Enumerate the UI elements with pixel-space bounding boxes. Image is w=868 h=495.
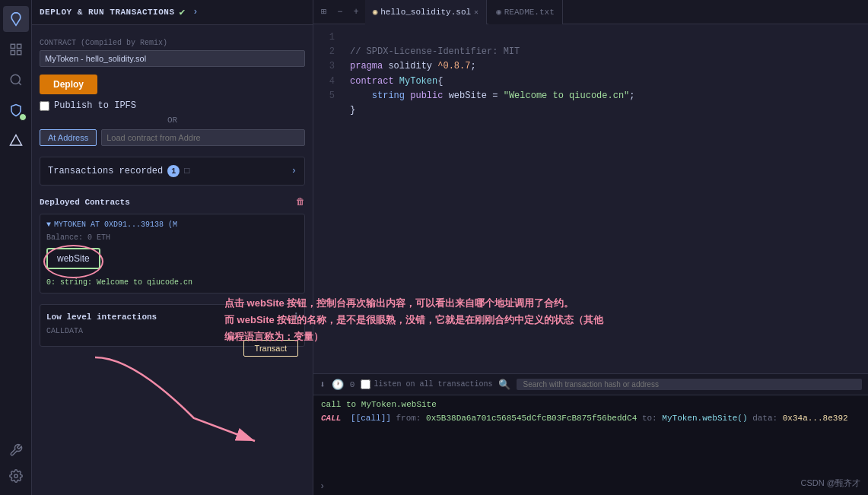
- call-badge: CALL: [321, 414, 341, 423]
- checkmark-icon: ✔: [180, 6, 186, 18]
- website-button[interactable]: webSite: [46, 248, 100, 269]
- tab-hello-label: hello_solidity.sol: [380, 8, 471, 17]
- editor-area: 1 2 3 4 5 // SPDX-License-Identifier: MI…: [313, 24, 868, 373]
- console-chevron[interactable]: ›: [313, 478, 868, 495]
- tab-icon-zoom-in[interactable]: +: [348, 7, 363, 17]
- console-body: call to MyToken.webSite CALL [[call]] fr…: [313, 395, 868, 478]
- low-level-header: Low level interactions ℹ: [46, 311, 298, 322]
- console-icon-down[interactable]: ⬇: [320, 379, 326, 391]
- tab-readme-label: README.txt: [504, 8, 555, 17]
- publish-ipfs-label: Publish to IPFS: [54, 100, 136, 111]
- tab-hello-icon: ◉: [373, 7, 378, 17]
- svg-marker-5: [10, 135, 21, 146]
- tab-readme-icon: ◉: [496, 7, 501, 17]
- sidebar-icon-files[interactable]: [3, 36, 29, 62]
- address-row: At Address: [40, 129, 305, 146]
- csdn-credit: CSDN @甄齐才: [801, 478, 860, 489]
- svg-rect-1: [17, 44, 21, 48]
- call-bracket: [: [351, 414, 356, 423]
- left-panel-body: CONTRACT (Compiled by Remix) MyToken - h…: [32, 25, 313, 495]
- load-contract-input[interactable]: [101, 129, 305, 146]
- console-call-line: CALL [[call]] from: 0x5B38Da6a701c568545…: [321, 412, 860, 425]
- console-count: 0: [350, 380, 355, 389]
- at-address-button[interactable]: At Address: [40, 129, 97, 146]
- console-area: ⬇ 🕐 0 listen on all transactions 🔍 call …: [313, 373, 868, 495]
- svg-rect-3: [17, 51, 21, 55]
- call-data-label: data:: [752, 414, 783, 423]
- sidebar-icon-wrench[interactable]: [3, 437, 29, 463]
- publish-ipfs-checkbox[interactable]: [40, 101, 49, 111]
- or-divider: OR: [40, 116, 305, 125]
- left-panel: DEPLOY & RUN TRANSACTIONS ✔ › CONTRACT (…: [32, 0, 313, 495]
- sidebar-icon-settings[interactable]: [3, 463, 29, 489]
- deploy-button[interactable]: Deploy: [40, 75, 97, 94]
- line-num-5: 5: [320, 89, 335, 103]
- console-icon-clock[interactable]: 🕐: [332, 379, 344, 391]
- contract-instance-label: MYTOKEN AT 0XD91...39138 (M: [54, 221, 177, 229]
- panel-title: DEPLOY & RUN TRANSACTIONS: [40, 8, 175, 17]
- transactions-label: Transactions recorded: [48, 166, 163, 176]
- listen-label: listen on all transactions: [374, 380, 492, 389]
- sidebar-icon-cloud[interactable]: [3, 6, 29, 32]
- tab-hello-close[interactable]: ✕: [474, 8, 479, 17]
- call-to-label: to:: [642, 414, 662, 423]
- website-btn-wrapper: webSite: [46, 248, 100, 275]
- sidebar-icon-network[interactable]: [3, 97, 29, 123]
- listen-checkbox: listen on all transactions: [361, 379, 492, 389]
- transactions-arrow[interactable]: ›: [291, 166, 297, 176]
- deployed-header: Deployed Contracts 🗑: [40, 196, 305, 208]
- transactions-badge: 1: [167, 165, 180, 177]
- main-area: ⊞ − + ◉ hello_solidity.sol ✕ ◉ README.tx…: [313, 0, 868, 495]
- svg-point-4: [11, 75, 20, 84]
- console-toolbar: ⬇ 🕐 0 listen on all transactions 🔍: [313, 374, 868, 395]
- svg-rect-0: [11, 44, 14, 48]
- console-log-line: call to MyToken.webSite: [321, 400, 860, 409]
- call-to-method: MyToken.webSite(): [662, 414, 747, 423]
- call-from-addr: 0x5B38Da6a701c568545dCfcB03FcB875f56bedd…: [426, 414, 637, 423]
- line-num-4: 4: [320, 75, 335, 89]
- deployed-title: Deployed Contracts: [40, 198, 130, 207]
- transact-button[interactable]: Transact: [243, 340, 298, 357]
- line-num-2: 2: [320, 45, 335, 59]
- calldata-label: CALLDATA: [46, 327, 298, 335]
- left-panel-header: DEPLOY & RUN TRANSACTIONS ✔ ›: [32, 0, 313, 25]
- contract-select-wrapper: MyToken - hello_solidity.sol: [40, 50, 305, 67]
- svg-point-6: [14, 474, 17, 478]
- call-data-val: 0x34a...8e392: [783, 414, 848, 423]
- tab-icon-zoom-out[interactable]: −: [332, 7, 347, 17]
- low-level-interactions: Low level interactions ℹ CALLDATA Transa…: [40, 304, 305, 347]
- console-search-input[interactable]: [517, 379, 862, 390]
- sidebar-icon-deploy[interactable]: [3, 128, 29, 154]
- contract-item-header: ▼ MYTOKEN AT 0XD91...39138 (M: [46, 221, 298, 229]
- sidebar-icon-search[interactable]: [3, 67, 29, 93]
- console-search-icon[interactable]: 🔍: [498, 379, 510, 391]
- tab-bar: ⊞ − + ◉ hello_solidity.sol ✕ ◉ README.tx…: [313, 0, 868, 24]
- transactions-recorded: Transactions recorded 1 □ ›: [40, 157, 305, 186]
- contract-select[interactable]: MyToken - hello_solidity.sol: [40, 50, 305, 67]
- code-content[interactable]: // SPDX-License-Identifier: MIT pragma s…: [341, 24, 868, 373]
- low-level-title: Low level interactions: [46, 313, 157, 322]
- line-num-1: 1: [320, 30, 335, 45]
- contract-chevron[interactable]: ▼: [46, 221, 51, 229]
- listen-checkbox-input[interactable]: [361, 379, 370, 389]
- contract-item: ▼ MYTOKEN AT 0XD91...39138 (M Balance: 0…: [40, 214, 305, 294]
- arrow-icon: ›: [192, 7, 198, 17]
- call-from-label: from:: [396, 414, 426, 423]
- copy-icon[interactable]: □: [184, 166, 189, 176]
- deployed-contracts-section: Deployed Contracts 🗑 ▼ MYTOKEN AT 0XD91.…: [40, 196, 305, 294]
- contract-label: CONTRACT (Compiled by Remix): [40, 39, 305, 47]
- line-numbers: 1 2 3 4 5: [313, 24, 341, 373]
- tab-readme[interactable]: ◉ README.txt: [488, 0, 563, 24]
- line-num-3: 3: [320, 59, 335, 74]
- transactions-left: Transactions recorded 1 □: [48, 165, 189, 177]
- publish-ipfs-row: Publish to IPFS: [40, 100, 305, 111]
- tab-icon-split[interactable]: ⊞: [316, 6, 331, 17]
- tab-hello-solidity[interactable]: ◉ hello_solidity.sol ✕: [365, 0, 487, 24]
- website-output: 0: string: Welcome to qiucode.cn: [46, 278, 298, 287]
- icon-sidebar: [0, 0, 32, 495]
- svg-rect-2: [11, 51, 14, 55]
- info-icon: ℹ: [294, 311, 298, 322]
- trash-icon[interactable]: 🗑: [296, 196, 305, 208]
- contract-balance: Balance: 0 ETH: [46, 233, 298, 242]
